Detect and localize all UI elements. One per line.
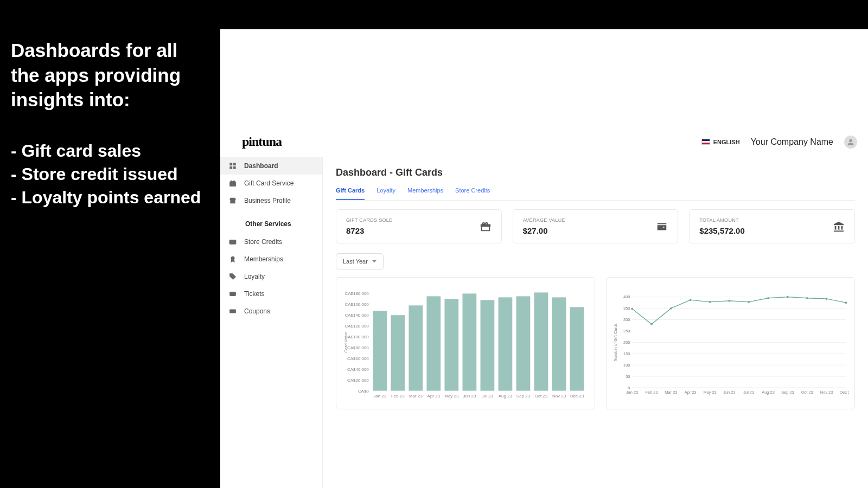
svg-text:$: $	[232, 310, 234, 313]
sidebar-item-dashboard[interactable]: Dashboard	[220, 157, 322, 175]
svg-point-66	[631, 308, 633, 310]
tab-store-credits[interactable]: Store Credits	[455, 187, 490, 200]
svg-text:Card Value: Card Value	[343, 331, 348, 353]
svg-text:CA$0: CA$0	[358, 389, 369, 394]
svg-point-68	[670, 307, 672, 310]
svg-text:Feb 23: Feb 23	[391, 394, 405, 399]
svg-text:400: 400	[623, 294, 630, 299]
coupon-icon: $	[229, 307, 237, 315]
marketing-headline: Dashboards for all the apps providing in…	[11, 38, 209, 112]
svg-rect-41	[534, 292, 548, 390]
sidebar-item-label: Memberships	[244, 255, 283, 263]
time-filter-dropdown[interactable]: Last Year	[336, 253, 384, 269]
tabs: Gift Cards Loyalty Memberships Store Cre…	[336, 187, 855, 201]
stat-card-total: TOTAL AMOUNT $235,572.00	[689, 209, 855, 243]
store-icon	[229, 197, 237, 204]
sidebar-item-coupons[interactable]: $ Coupons	[220, 303, 322, 320]
sidebar-item-label: Store Credits	[244, 238, 282, 246]
svg-text:Aug 23: Aug 23	[762, 390, 775, 395]
bank-icon	[833, 221, 845, 233]
tab-loyalty[interactable]: Loyalty	[376, 187, 395, 200]
svg-text:CA$40,000: CA$40,000	[347, 367, 369, 372]
chevron-down-icon	[372, 260, 376, 262]
language-selector[interactable]: ENGLISH	[701, 139, 740, 145]
svg-rect-35	[481, 300, 495, 390]
app-window: pintuna ENGLISH Your Company Name	[220, 29, 868, 488]
stat-value: $27.00	[523, 226, 565, 235]
sidebar-item-loyalty[interactable]: Loyalty	[220, 268, 322, 285]
sidebar-item-label: Loyalty	[244, 273, 265, 280]
svg-rect-37	[499, 297, 513, 390]
bar-chart: CA$0CA$20,000CA$40,000CA$60,000CA$80,000…	[342, 285, 589, 404]
svg-text:Mar 23: Mar 23	[665, 390, 677, 395]
gift-icon	[229, 179, 237, 187]
svg-rect-25	[391, 315, 405, 390]
svg-text:Jan 23: Jan 23	[626, 390, 638, 395]
svg-text:Nov 23: Nov 23	[552, 394, 566, 399]
svg-text:Jun 23: Jun 23	[463, 394, 476, 399]
sidebar-item-store-credits[interactable]: Store Credits	[220, 233, 322, 251]
badge-icon	[229, 255, 237, 263]
avatar[interactable]	[844, 136, 857, 149]
svg-rect-4	[233, 166, 235, 169]
svg-rect-29	[426, 296, 441, 390]
svg-text:CA$140,000: CA$140,000	[345, 313, 369, 318]
marketing-bullets: - Gift card sales - Store credit issued …	[11, 139, 209, 210]
svg-point-71	[729, 300, 731, 302]
sidebar-item-memberships[interactable]: Memberships	[220, 251, 322, 268]
svg-text:Dec 23: Dec 23	[840, 390, 849, 395]
tab-gift-cards[interactable]: Gift Cards	[336, 187, 365, 200]
svg-text:May 23: May 23	[703, 390, 716, 395]
svg-text:350: 350	[623, 306, 630, 311]
svg-text:150: 150	[623, 351, 630, 356]
ticket-icon	[229, 290, 237, 298]
svg-text:CA$180,000: CA$180,000	[345, 291, 369, 296]
svg-text:CA$100,000: CA$100,000	[345, 335, 369, 339]
svg-point-75	[806, 297, 808, 299]
svg-text:Oct 23: Oct 23	[801, 390, 813, 395]
logo: pintuna	[242, 134, 282, 149]
svg-text:CA$20,000: CA$20,000	[347, 378, 369, 383]
svg-text:Oct 23: Oct 23	[535, 394, 548, 399]
svg-text:CA$60,000: CA$60,000	[347, 356, 369, 361]
svg-rect-2	[233, 163, 235, 165]
svg-point-73	[767, 297, 769, 299]
stat-card-average: AVERAGE VALUE $27.00	[513, 209, 679, 243]
flag-icon	[701, 139, 710, 145]
credit-card-icon	[229, 238, 237, 246]
main-content: Dashboard - Gift Cards Gift Cards Loyalt…	[323, 157, 868, 488]
sidebar-item-gift-card-service[interactable]: Gift Card Service	[220, 175, 322, 192]
svg-text:CA$160,000: CA$160,000	[345, 302, 369, 307]
page-title: Dashboard - Gift Cards	[336, 167, 855, 178]
svg-point-0	[849, 139, 852, 142]
marketing-panel: Dashboards for all the apps providing in…	[0, 0, 220, 488]
svg-text:Jan 23: Jan 23	[373, 394, 386, 399]
svg-text:May 23: May 23	[444, 394, 459, 399]
svg-text:Mar 23: Mar 23	[409, 394, 423, 399]
sidebar-item-label: Business Profile	[244, 197, 291, 204]
svg-text:Apr 23: Apr 23	[427, 394, 441, 399]
svg-text:Jul 23: Jul 23	[743, 390, 754, 395]
svg-text:300: 300	[623, 317, 630, 322]
svg-text:Number of Gift Cards: Number of Gift Cards	[613, 323, 618, 361]
svg-point-70	[709, 301, 711, 303]
svg-text:CA$120,000: CA$120,000	[345, 324, 369, 329]
line-chart: 050100150200250300350400Number of Gift C…	[612, 285, 849, 404]
svg-text:CA$80,000: CA$80,000	[347, 345, 369, 350]
wallet-icon	[656, 221, 668, 233]
svg-text:Feb 23: Feb 23	[645, 390, 658, 395]
svg-text:250: 250	[623, 329, 630, 333]
svg-rect-33	[463, 293, 477, 390]
sidebar-item-label: Gift Card Service	[244, 179, 293, 187]
tag-icon	[229, 273, 237, 280]
sidebar-item-business-profile[interactable]: Business Profile	[220, 192, 322, 209]
svg-rect-6	[229, 240, 236, 245]
svg-rect-43	[552, 297, 566, 390]
grid-icon	[229, 162, 237, 170]
stat-card-sold: GIFT CARDS SOLD 8723	[336, 209, 502, 243]
svg-text:Jul 23: Jul 23	[482, 394, 494, 399]
svg-text:Sep 23: Sep 23	[516, 394, 531, 399]
sidebar-item-tickets[interactable]: Tickets	[220, 285, 322, 303]
tab-memberships[interactable]: Memberships	[407, 187, 443, 200]
sidebar-item-label: Dashboard	[244, 162, 278, 170]
